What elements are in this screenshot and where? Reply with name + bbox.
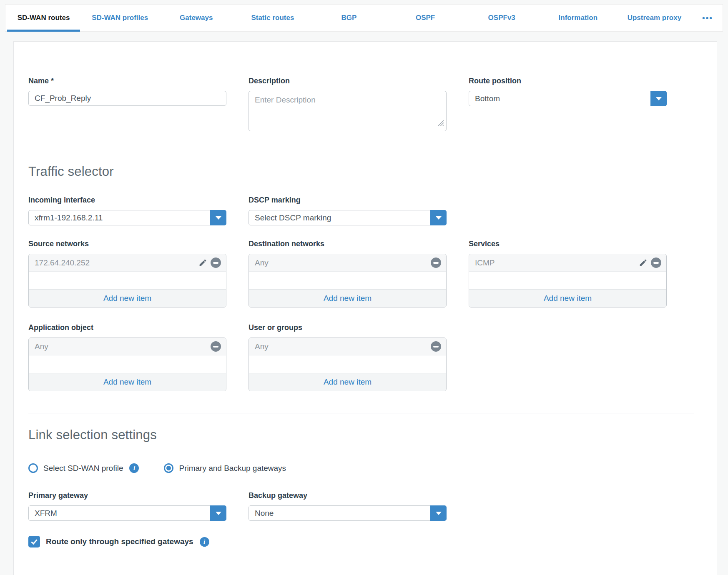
route-position-select[interactable]: Bottom — [469, 91, 667, 106]
check-icon — [31, 538, 37, 545]
tab-gateways[interactable]: Gateways — [158, 5, 234, 31]
gateways-radio-group: Primary and Backup gateways — [164, 463, 286, 473]
section-divider — [28, 149, 694, 149]
more-tabs-ellipsis-icon[interactable]: ••• — [693, 5, 723, 31]
list-empty-area — [249, 272, 446, 289]
dscp-marking-group: DSCP marking Select DSCP marking — [249, 196, 447, 225]
networks-services-row: Source networks 172.64.240.252 Add new i — [28, 240, 694, 308]
application-object-group: Application object Any Add new item — [28, 323, 226, 391]
list-empty-area — [29, 355, 226, 373]
list-item: Any — [29, 338, 226, 355]
edit-pencil-icon[interactable] — [639, 258, 648, 267]
gateway-selects-row: Primary gateway XFRM Backup gateway None — [28, 491, 694, 521]
destination-networks-label: Destination networks — [249, 240, 447, 248]
incoming-interface-dropdown-button[interactable] — [210, 210, 226, 225]
primary-gateway-group: Primary gateway XFRM — [28, 491, 226, 521]
user-or-groups-value: Any — [255, 342, 269, 351]
tab-bar: SD-WAN routes SD-WAN profiles Gateways S… — [5, 4, 723, 32]
primary-gateway-label: Primary gateway — [28, 491, 226, 500]
application-object-value: Any — [35, 342, 48, 351]
application-users-row: Application object Any Add new item User… — [28, 323, 694, 391]
tab-ospf[interactable]: OSPF — [387, 5, 464, 31]
add-destination-network-button[interactable]: Add new item — [249, 289, 446, 307]
tab-upstream-proxy[interactable]: Upstream proxy — [616, 5, 693, 31]
source-networks-group: Source networks 172.64.240.252 Add new i — [28, 240, 226, 308]
user-or-groups-group: User or groups Any Add new item — [249, 323, 447, 391]
route-position-value: Bottom — [475, 94, 500, 103]
interface-dscp-row: Incoming interface xfrm1-192.168.2.11 DS… — [28, 196, 694, 225]
chevron-down-icon — [656, 97, 662, 100]
remove-item-icon[interactable] — [211, 341, 221, 352]
backup-gateway-group: Backup gateway None — [249, 491, 447, 521]
dscp-marking-value: Select DSCP marking — [255, 213, 331, 222]
list-empty-area — [29, 272, 226, 289]
incoming-interface-select[interactable]: xfrm1-192.168.2.11 — [28, 210, 226, 225]
backup-gateway-value: None — [255, 509, 274, 518]
tab-sd-wan-routes[interactable]: SD-WAN routes — [5, 5, 82, 31]
gateways-radio-label[interactable]: Primary and Backup gateways — [179, 464, 286, 473]
route-position-dropdown-button[interactable] — [650, 91, 667, 106]
description-label: Description — [249, 77, 447, 85]
incoming-interface-group: Incoming interface xfrm1-192.168.2.11 — [28, 196, 226, 225]
tab-sd-wan-profiles[interactable]: SD-WAN profiles — [82, 5, 158, 31]
dscp-marking-dropdown-button[interactable] — [430, 210, 447, 225]
incoming-interface-label: Incoming interface — [28, 196, 226, 205]
chevron-down-icon — [436, 512, 442, 515]
destination-networks-group: Destination networks Any Add new item — [249, 240, 447, 308]
application-object-label: Application object — [28, 323, 226, 332]
route-only-checkbox[interactable] — [28, 536, 40, 548]
route-only-row: Route only through specified gateways i — [28, 536, 694, 548]
remove-item-icon[interactable] — [211, 258, 221, 268]
name-input[interactable] — [28, 91, 226, 106]
add-user-or-group-button[interactable]: Add new item — [249, 373, 446, 391]
services-label: Services — [469, 240, 667, 248]
dscp-marking-label: DSCP marking — [249, 196, 447, 205]
name-label: Name * — [28, 77, 226, 85]
list-item: ICMP — [469, 254, 666, 272]
description-textarea[interactable] — [249, 91, 447, 131]
primary-gateway-dropdown-button[interactable] — [210, 505, 226, 521]
list-empty-area — [469, 272, 666, 289]
tab-bgp[interactable]: BGP — [311, 5, 387, 31]
name-field-group: Name * — [28, 77, 226, 106]
gateways-radio[interactable] — [164, 463, 173, 473]
tab-static-routes[interactable]: Static routes — [234, 5, 311, 31]
chevron-down-icon — [216, 216, 221, 220]
destination-network-value: Any — [255, 258, 269, 268]
description-field-group: Description — [249, 77, 447, 131]
chevron-down-icon — [216, 512, 221, 515]
add-service-button[interactable]: Add new item — [469, 289, 666, 307]
list-item: Any — [249, 338, 446, 355]
remove-item-icon[interactable] — [431, 341, 441, 352]
source-networks-listbox: 172.64.240.252 Add new item — [28, 254, 226, 308]
dscp-marking-select[interactable]: Select DSCP marking — [249, 210, 447, 225]
add-application-object-button[interactable]: Add new item — [29, 373, 226, 391]
add-source-network-button[interactable]: Add new item — [29, 289, 226, 307]
backup-gateway-select[interactable]: None — [249, 505, 447, 521]
route-position-field-group: Route position Bottom — [469, 77, 667, 106]
sdwan-profile-radio-group: Select SD-WAN profile i — [28, 463, 139, 473]
application-object-listbox: Any Add new item — [28, 338, 226, 391]
sdwan-profile-radio[interactable] — [28, 463, 38, 473]
route-position-label: Route position — [469, 77, 667, 85]
route-only-label[interactable]: Route only through specified gateways — [46, 537, 193, 546]
edit-pencil-icon[interactable] — [198, 258, 207, 267]
tab-information[interactable]: Information — [540, 5, 616, 31]
info-icon[interactable]: i — [200, 537, 209, 547]
tab-ospfv3[interactable]: OSPFv3 — [464, 5, 540, 31]
remove-item-icon[interactable] — [651, 258, 661, 268]
backup-gateway-label: Backup gateway — [249, 491, 447, 500]
service-value: ICMP — [475, 258, 495, 268]
list-empty-area — [249, 355, 446, 373]
info-icon[interactable]: i — [129, 463, 139, 473]
remove-item-icon[interactable] — [431, 258, 441, 268]
services-group: Services ICMP Add new item — [469, 240, 667, 308]
traffic-selector-heading: Traffic selector — [28, 164, 694, 179]
primary-gateway-select[interactable]: XFRM — [28, 505, 226, 521]
backup-gateway-dropdown-button[interactable] — [430, 505, 447, 521]
sdwan-profile-radio-label[interactable]: Select SD-WAN profile — [43, 464, 123, 473]
chevron-down-icon — [436, 216, 442, 220]
source-networks-label: Source networks — [28, 240, 226, 248]
general-fields-row: Name * Description Route position Bottom — [28, 77, 694, 131]
user-or-groups-label: User or groups — [249, 323, 447, 332]
